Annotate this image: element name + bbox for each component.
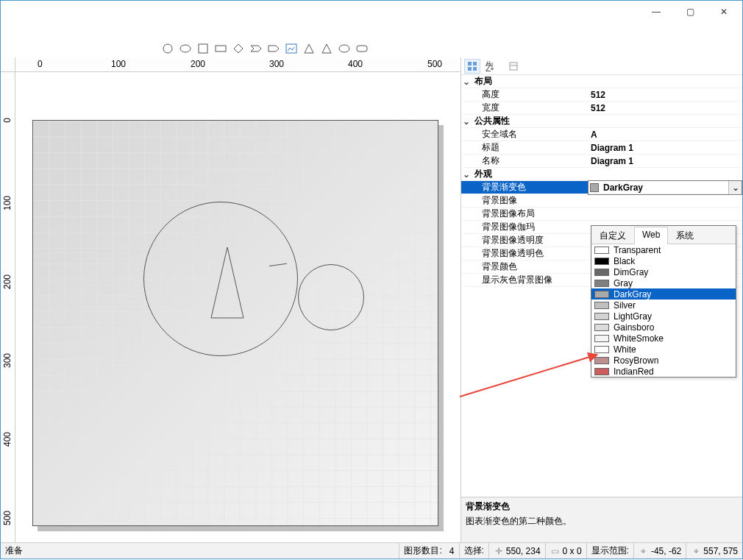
- tab-custom[interactable]: 自定义: [591, 227, 634, 244]
- color-option-gainsboro[interactable]: Gainsboro: [591, 322, 736, 333]
- tool-ellipse[interactable]: [179, 42, 192, 55]
- svg-rect-11: [357, 46, 367, 52]
- expander-icon[interactable]: ⌄: [461, 77, 472, 87]
- diagram-canvas[interactable]: [32, 120, 438, 526]
- prop-bg-gradient[interactable]: 背景渐变色 DarkGray ⌄: [461, 181, 742, 194]
- svg-text:Z: Z: [486, 63, 491, 71]
- shape-triangle[interactable]: [210, 247, 245, 319]
- color-option-silver[interactable]: Silver: [591, 300, 736, 311]
- color-option-gray[interactable]: Gray: [591, 277, 736, 288]
- tool-triangle2[interactable]: [320, 42, 333, 55]
- content-area: 0 100 200 300 400 500 0 100 200 300 400 …: [1, 57, 742, 542]
- color-option-white[interactable]: White: [591, 344, 736, 355]
- svg-rect-19: [510, 63, 517, 70]
- minimize-icon: —: [652, 7, 661, 17]
- property-pages-button[interactable]: [505, 59, 522, 74]
- prop-label: 宽度: [461, 102, 588, 114]
- status-value: -45, -62: [651, 546, 681, 556]
- svg-marker-9: [322, 44, 331, 53]
- tool-pentagon[interactable]: [267, 42, 280, 55]
- prop-height[interactable]: 高度512: [461, 88, 742, 102]
- shape-circle-small[interactable]: [298, 264, 364, 330]
- help-description: 图表渐变色的第二种颜色。: [466, 515, 738, 528]
- prop-value[interactable]: A: [588, 130, 742, 140]
- svg-marker-4: [234, 44, 243, 53]
- tool-ellipse2[interactable]: [338, 42, 351, 55]
- ruler-tick: 0: [38, 59, 43, 69]
- svg-marker-8: [305, 44, 313, 53]
- prop-value[interactable]: 512: [588, 90, 742, 100]
- tab-system[interactable]: 系统: [668, 227, 702, 244]
- prop-label: 背景图像布局: [461, 208, 588, 220]
- prop-name[interactable]: 名称Diagram 1: [461, 155, 742, 168]
- color-name: DarkGray: [614, 289, 651, 300]
- prop-bg-image-layout[interactable]: 背景图像布局: [461, 208, 742, 221]
- prop-security-domain[interactable]: 安全域名A: [461, 128, 742, 141]
- tool-roundrect[interactable]: [355, 42, 369, 55]
- ruler-corner: [1, 57, 15, 72]
- tool-square[interactable]: [196, 42, 210, 55]
- canvas-viewport[interactable]: [15, 72, 461, 542]
- color-option-lightgray[interactable]: LightGray: [591, 311, 736, 322]
- maximize-button[interactable]: ▢: [673, 1, 707, 22]
- svg-point-1: [180, 45, 191, 52]
- dropdown-button[interactable]: ⌄: [728, 181, 742, 194]
- expander-icon[interactable]: ⌄: [461, 169, 472, 180]
- tool-triangle[interactable]: [302, 42, 316, 55]
- prop-label: 背景渐变色: [461, 181, 588, 194]
- color-swatch: [594, 324, 609, 331]
- prop-bg-image[interactable]: 背景图像: [461, 194, 742, 208]
- color-option-whitesmoke[interactable]: WhiteSmoke: [591, 333, 736, 344]
- menubar: [1, 23, 742, 39]
- svg-marker-6: [269, 46, 279, 52]
- category-appearance[interactable]: ⌄外观: [461, 168, 742, 181]
- tool-chevron[interactable]: [249, 42, 263, 55]
- color-name: Black: [614, 256, 635, 266]
- color-option-indianred[interactable]: IndianRed: [591, 366, 736, 377]
- color-option-black[interactable]: Black: [591, 255, 736, 266]
- prop-value[interactable]: Diagram 1: [588, 143, 742, 153]
- color-option-transparent[interactable]: Transparent: [591, 244, 736, 255]
- color-swatch: [594, 258, 609, 265]
- color-name: DarkGray: [603, 182, 643, 193]
- alpha-sort-button[interactable]: AZ: [482, 59, 498, 74]
- prop-value[interactable]: Diagram 1: [588, 156, 742, 166]
- property-help: 背景渐变色 图表渐变色的第二种颜色。: [461, 497, 742, 542]
- category-layout[interactable]: ⌄布局: [461, 75, 742, 88]
- prop-value[interactable]: 512: [588, 103, 742, 113]
- svg-rect-7: [286, 44, 296, 53]
- tool-circle[interactable]: [161, 42, 174, 55]
- prop-label: 背景图像: [461, 194, 588, 207]
- color-option-darkgray[interactable]: DarkGray: [591, 288, 736, 300]
- color-swatch: [594, 368, 609, 375]
- color-swatch: [594, 313, 609, 320]
- status-range: 显示范围:: [586, 543, 633, 559]
- svg-point-0: [163, 44, 172, 53]
- prop-width[interactable]: 宽度512: [461, 102, 742, 115]
- color-list[interactable]: TransparentBlackDimGrayGrayDarkGraySilve…: [591, 244, 736, 377]
- tool-diamond[interactable]: [232, 42, 245, 55]
- status-shape-count: 图形数目: 4: [399, 543, 458, 559]
- close-button[interactable]: ✕: [707, 1, 741, 22]
- color-value-field[interactable]: DarkGray ⌄: [588, 180, 742, 195]
- categorized-view-button[interactable]: [464, 59, 480, 74]
- svg-marker-12: [211, 247, 243, 318]
- tool-image[interactable]: [285, 42, 298, 55]
- color-name: IndianRed: [614, 366, 654, 377]
- titlebar: — ▢ ✕: [1, 1, 742, 23]
- color-option-rosybrown[interactable]: RosyBrown: [591, 355, 736, 366]
- category-public[interactable]: ⌄公共属性: [461, 115, 742, 128]
- minimize-button[interactable]: —: [639, 1, 673, 22]
- tool-rect[interactable]: [214, 42, 227, 55]
- origin-icon: ⌖: [639, 546, 649, 556]
- color-option-dimgray[interactable]: DimGray: [591, 266, 736, 277]
- tab-web[interactable]: Web: [634, 227, 668, 244]
- status-ready: 准备: [1, 543, 399, 559]
- prop-title[interactable]: 标题Diagram 1: [461, 141, 742, 155]
- color-swatch: [590, 183, 599, 192]
- svg-rect-13: [468, 62, 472, 65]
- expander-icon[interactable]: ⌄: [461, 116, 472, 127]
- canvas-pane: 0 100 200 300 400 500 0 100 200 300 400 …: [1, 57, 461, 542]
- property-grid[interactable]: ⌄布局 高度512 宽度512 ⌄公共属性 安全域名A 标题Diagram 1 …: [461, 75, 742, 497]
- status-range-to: ⌖557, 575: [686, 543, 742, 559]
